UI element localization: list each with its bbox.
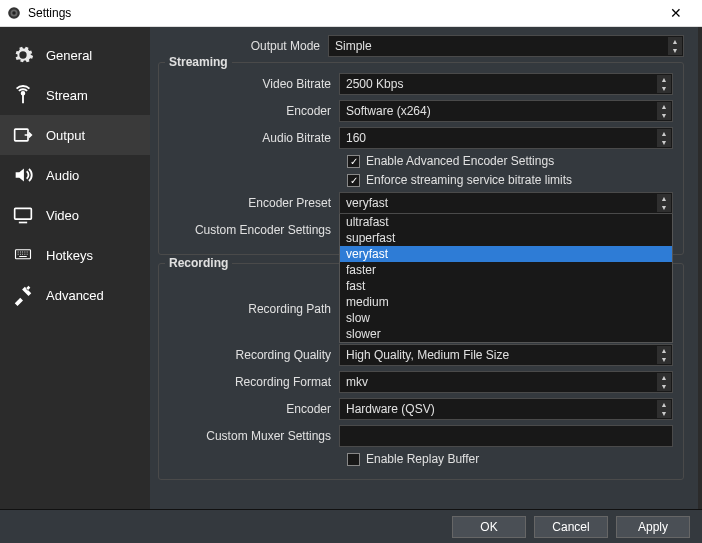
encoder-preset-option[interactable]: veryfast [340, 246, 672, 262]
encoder-preset-option[interactable]: fast [340, 278, 672, 294]
chevron-updown-icon: ▲▼ [657, 129, 671, 147]
sidebar-item-general[interactable]: General [0, 35, 150, 75]
recording-format-select[interactable]: mkv ▲▼ [339, 371, 673, 393]
sidebar-item-label: Output [46, 128, 85, 143]
encoder-preset-option[interactable]: superfast [340, 230, 672, 246]
encoder-preset-option[interactable]: slow [340, 310, 672, 326]
enforce-limits-row[interactable]: ✓ Enforce streaming service bitrate limi… [169, 173, 673, 187]
button-bar: OK Cancel Apply [0, 509, 702, 543]
enable-replay-buffer-row[interactable]: Enable Replay Buffer [169, 452, 673, 466]
app-icon [6, 5, 22, 21]
recording-quality-label: Recording Quality [169, 348, 339, 362]
sidebar-item-video[interactable]: Video [0, 195, 150, 235]
chevron-updown-icon: ▲▼ [657, 400, 671, 418]
enforce-limits-label: Enforce streaming service bitrate limits [366, 173, 572, 187]
sidebar-item-audio[interactable]: Audio [0, 155, 150, 195]
sidebar-item-advanced[interactable]: Advanced [0, 275, 150, 315]
speaker-icon [10, 164, 36, 186]
streaming-title: Streaming [165, 55, 232, 69]
encoder-preset-value: veryfast [346, 196, 388, 210]
recording-format-label: Recording Format [169, 375, 339, 389]
right-border [698, 27, 702, 509]
apply-button[interactable]: Apply [616, 516, 690, 538]
sidebar-item-stream[interactable]: Stream [0, 75, 150, 115]
spinner-icon: ▲▼ [657, 75, 671, 93]
output-icon [10, 124, 36, 146]
sidebar-item-output[interactable]: Output [0, 115, 150, 155]
custom-encoder-settings-label: Custom Encoder Settings [169, 223, 339, 237]
recording-format-value: mkv [346, 375, 368, 389]
recording-quality-select[interactable]: High Quality, Medium File Size ▲▼ [339, 344, 673, 366]
sidebar-item-label: Video [46, 208, 79, 223]
enable-advanced-label: Enable Advanced Encoder Settings [366, 154, 554, 168]
monitor-icon [10, 204, 36, 226]
svg-point-2 [12, 11, 16, 15]
output-mode-label: Output Mode [158, 39, 328, 53]
svg-point-3 [22, 92, 25, 95]
enable-replay-buffer-label: Enable Replay Buffer [366, 452, 479, 466]
encoder-preset-label: Encoder Preset [169, 196, 339, 210]
gear-icon [10, 44, 36, 66]
window-title: Settings [28, 6, 656, 20]
streaming-group: Streaming Video Bitrate 2500 Kbps ▲▼ Enc… [158, 62, 684, 255]
video-bitrate-value: 2500 Kbps [346, 77, 403, 91]
chevron-updown-icon: ▲▼ [657, 102, 671, 120]
chevron-updown-icon: ▲▼ [668, 37, 682, 55]
enable-advanced-checkbox[interactable]: ✓ [347, 155, 360, 168]
sidebar-item-label: Stream [46, 88, 88, 103]
encoder-preset-option[interactable]: slower [340, 326, 672, 342]
audio-bitrate-select[interactable]: 160 ▲▼ [339, 127, 673, 149]
antenna-icon [10, 84, 36, 106]
sidebar-item-label: Hotkeys [46, 248, 93, 263]
streaming-encoder-select[interactable]: Software (x264) ▲▼ [339, 100, 673, 122]
chevron-updown-icon: ▲▼ [657, 194, 671, 212]
enforce-limits-checkbox[interactable]: ✓ [347, 174, 360, 187]
output-mode-select[interactable]: Simple ▲▼ [328, 35, 684, 57]
close-button[interactable]: ✕ [656, 0, 696, 27]
encoder-preset-dropdown[interactable]: ultrafastsuperfastveryfastfasterfastmedi… [339, 214, 673, 343]
sidebar-item-hotkeys[interactable]: Hotkeys [0, 235, 150, 275]
recording-encoder-select[interactable]: Hardware (QSV) ▲▼ [339, 398, 673, 420]
tools-icon [10, 284, 36, 306]
encoder-preset-option[interactable]: ultrafast [340, 214, 672, 230]
recording-encoder-label: Encoder [169, 402, 339, 416]
enable-replay-buffer-checkbox[interactable] [347, 453, 360, 466]
video-bitrate-spinbox[interactable]: 2500 Kbps ▲▼ [339, 73, 673, 95]
sidebar: General Stream Output Audio [0, 27, 150, 509]
chevron-updown-icon: ▲▼ [657, 373, 671, 391]
chevron-updown-icon: ▲▼ [657, 346, 671, 364]
sidebar-item-label: Audio [46, 168, 79, 183]
encoder-preset-option[interactable]: faster [340, 262, 672, 278]
cancel-button[interactable]: Cancel [534, 516, 608, 538]
ok-button[interactable]: OK [452, 516, 526, 538]
recording-quality-value: High Quality, Medium File Size [346, 348, 509, 362]
sidebar-item-label: Advanced [46, 288, 104, 303]
video-bitrate-label: Video Bitrate [169, 77, 339, 91]
custom-muxer-label: Custom Muxer Settings [169, 429, 339, 443]
encoder-preset-option[interactable]: medium [340, 294, 672, 310]
output-mode-value: Simple [335, 39, 372, 53]
content-panel: Output Mode Simple ▲▼ Streaming Video Bi… [150, 27, 702, 509]
recording-title: Recording [165, 256, 232, 270]
window-body: General Stream Output Audio [0, 27, 702, 509]
recording-path-label: Recording Path [169, 302, 339, 316]
svg-rect-5 [15, 208, 32, 219]
encoder-preset-select[interactable]: veryfast ▲▼ [339, 192, 673, 214]
enable-advanced-row[interactable]: ✓ Enable Advanced Encoder Settings [169, 154, 673, 168]
output-mode-row: Output Mode Simple ▲▼ [158, 35, 684, 57]
streaming-encoder-value: Software (x264) [346, 104, 431, 118]
recording-encoder-value: Hardware (QSV) [346, 402, 435, 416]
audio-bitrate-label: Audio Bitrate [169, 131, 339, 145]
sidebar-item-label: General [46, 48, 92, 63]
titlebar: Settings ✕ [0, 0, 702, 27]
audio-bitrate-value: 160 [346, 131, 366, 145]
custom-muxer-input[interactable] [339, 425, 673, 447]
settings-window: Settings ✕ General Stream Output [0, 0, 702, 543]
keyboard-icon [10, 244, 36, 266]
streaming-encoder-label: Encoder [169, 104, 339, 118]
